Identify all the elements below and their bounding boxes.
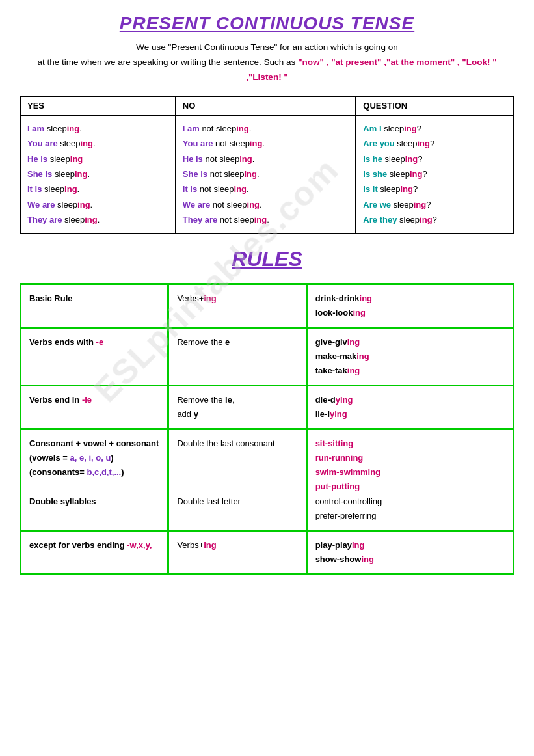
main-title: PRESENT CONTINUOUS TENSE <box>20 13 514 34</box>
conjugation-table: YES NO QUESTION I am sleeping. You are s… <box>20 96 514 234</box>
rule5-col1: except for verbs ending -w,x,y, <box>21 530 168 574</box>
yes-column: I am sleeping. You are sleeping. He is s… <box>20 115 176 234</box>
intro-line1: We use "Present Continuous Tense" for an… <box>136 42 397 52</box>
rule3-col3: die-dying lie-lying <box>306 386 513 429</box>
rule3-col1: Verbs end in -ie <box>21 386 168 429</box>
rule-row-1: Basic Rule Verbs+ing drink-drinking look… <box>21 284 514 327</box>
rule1-col1: Basic Rule <box>21 284 168 327</box>
rules-table: Basic Rule Verbs+ing drink-drinking look… <box>20 283 514 575</box>
rule5-col3: play-playing show-showing <box>306 530 513 574</box>
rule2-col1: Verbs ends with -e <box>21 327 168 385</box>
header-yes: YES <box>20 96 176 115</box>
question-column: Am I sleeping? Are you sleeping? Is he s… <box>356 115 514 234</box>
rule-row-3: Verbs end in -ie Remove the ie,add y die… <box>21 386 514 429</box>
rule-row-2: Verbs ends with -e Remove the e give-giv… <box>21 327 514 385</box>
rule1-col3: drink-drinking look-looking <box>306 284 513 327</box>
intro-text: We use "Present Continuous Tense" for an… <box>20 40 514 85</box>
rule2-col3: give-giving make-making take-taking <box>306 327 513 385</box>
rule-row-5: except for verbs ending -w,x,y, Verbs+in… <box>21 530 514 574</box>
rule3-col2: Remove the ie,add y <box>168 386 306 429</box>
header-no: NO <box>176 96 356 115</box>
rule4-col2: Double the last consonant Double last le… <box>168 429 306 531</box>
rule-row-4: Consonant + vowel + consonant (vowels = … <box>21 429 514 531</box>
rules-title: RULES <box>20 247 514 271</box>
rule5-col2: Verbs+ing <box>168 530 306 574</box>
rule1-col2: Verbs+ing <box>168 284 306 327</box>
rule2-col2: Remove the e <box>168 327 306 385</box>
header-question: QUESTION <box>356 96 514 115</box>
intro-line2: at the time when we are speaking or writ… <box>37 57 295 67</box>
no-column: I am not sleeping. You are not sleeping.… <box>176 115 356 234</box>
rule4-col3: sit-sitting run-running swim-swimming pu… <box>306 429 513 531</box>
rule4-col1: Consonant + vowel + consonant (vowels = … <box>21 429 168 531</box>
